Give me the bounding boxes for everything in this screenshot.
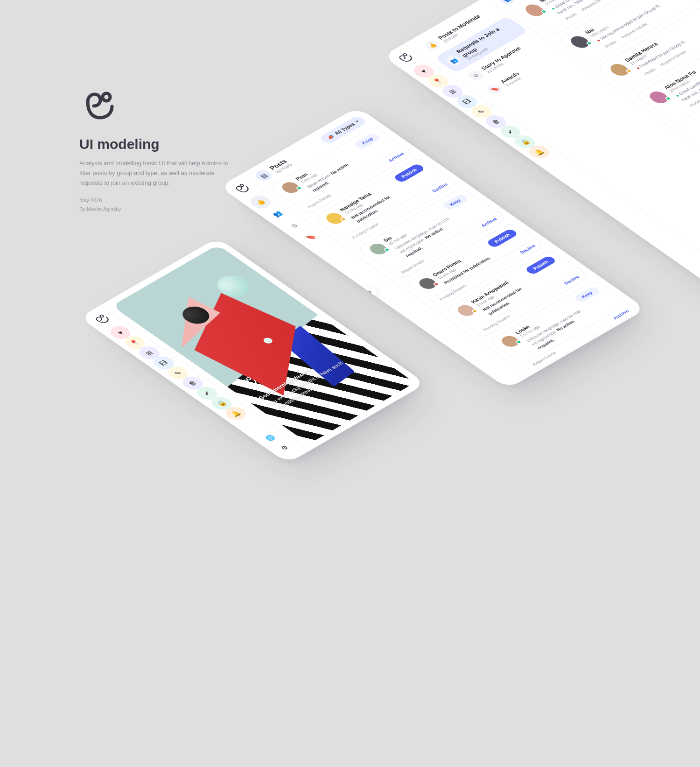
avatar [416, 276, 439, 291]
avatar [607, 62, 632, 78]
publish-button[interactable]: Publish [486, 228, 519, 248]
megaphone-icon: 📣 [325, 134, 336, 140]
avatar [498, 334, 522, 349]
decline-button[interactable]: Decline [431, 182, 449, 193]
avatar [522, 2, 547, 19]
category-icon: 👍 [422, 39, 443, 52]
profile-link[interactable]: Profile [688, 99, 700, 107]
avatar [279, 180, 302, 195]
chevron-down-icon: ▾ [354, 120, 360, 123]
post-footer-link[interactable]: Pending Reason [570, 376, 599, 376]
decline-button[interactable]: Decline [563, 274, 581, 286]
avatar [455, 303, 478, 318]
publish-button[interactable]: Publish [392, 163, 426, 183]
publish-button[interactable]: Publish [525, 255, 558, 275]
profile-link[interactable]: Profile [643, 67, 657, 76]
brand-logo-icon [91, 312, 114, 327]
publish-button[interactable]: Publish [617, 320, 646, 340]
category-icon: 🔖 [485, 83, 505, 96]
category-icon: ☺ [465, 69, 486, 82]
avatar [367, 241, 390, 256]
keep-button[interactable]: Keep [441, 194, 469, 211]
requests-context-icon: 👥 [496, 0, 518, 6]
keep-button[interactable]: Keep [353, 132, 382, 150]
archive-button[interactable]: Archive [387, 151, 406, 162]
posts-context-icon: ▤ [252, 169, 274, 183]
keep-button[interactable]: Keep [573, 286, 601, 304]
archive-button[interactable]: Archive [480, 217, 498, 228]
category-icon: 👥 [444, 54, 463, 67]
type-filter-label: All Types [333, 122, 356, 136]
decline-button[interactable]: Decline [519, 244, 537, 255]
avatar [547, 368, 571, 376]
brand-logo-icon [394, 51, 417, 66]
profile-link[interactable]: Profile [564, 12, 578, 21]
profile-link[interactable]: Profile [603, 40, 617, 48]
bookmark-icon[interactable]: 🔖 [297, 228, 325, 246]
archive-button[interactable]: Archive [611, 309, 630, 320]
avatar [323, 211, 346, 226]
brand-logo-icon [231, 182, 254, 197]
post-reason: Prohibited for publication. [574, 345, 630, 376]
avatar [567, 34, 593, 50]
avatar [646, 89, 672, 106]
